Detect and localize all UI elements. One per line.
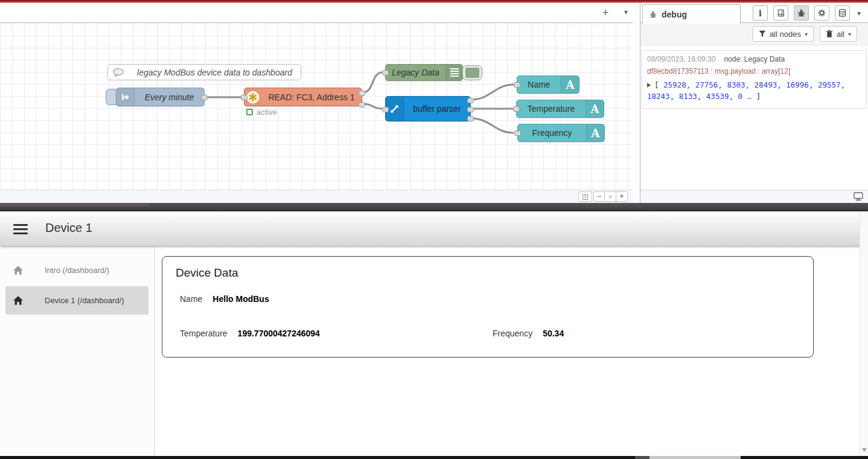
gear-icon [817,8,826,18]
flow-tabbar: + ▾ [0,3,633,23]
add-flow-button[interactable]: + [599,5,612,20]
menu-hamburger-icon[interactable] [13,224,28,237]
ui-text-node-frequency[interactable]: Frequency A [517,124,605,142]
input-port[interactable] [241,95,247,100]
frequency-field: Frequency 50.34 [488,329,564,338]
debug-node-legacy-data[interactable]: Legacy Data [385,64,463,81]
output-port[interactable] [201,95,208,100]
input-port[interactable] [382,70,389,75]
trash-icon [826,30,833,38]
window-divider-bar [0,203,868,211]
dashboard-body: Intro (/dashboard/) Device 1 (/dashboard… [0,246,868,456]
sidebar-menu-caret[interactable]: ▾ [857,9,861,18]
modbus-read-node[interactable]: READ: FC3, Address 1 [244,88,362,106]
ui-text-node-name[interactable]: Name A [517,75,579,94]
input-port[interactable] [382,107,389,112]
caret-down-icon: ▾ [805,31,808,37]
name-field: Name Hello ModBus [180,294,269,304]
bottom-edge-bar [0,456,868,459]
ui-text-label: Name [517,80,561,89]
output-port-1[interactable] [359,91,365,96]
sidebar-item-intro[interactable]: Intro (/dashboard/) [5,256,148,284]
bottom-bar-segment [635,456,649,459]
measurement-row: Temperature 199.77000427246094 Frequency… [162,329,813,338]
comment-node[interactable]: legacy ModBus device data to dashboard [107,64,301,80]
scroll-down-arrow-icon[interactable] [862,448,867,452]
input-port[interactable] [514,82,520,88]
navigator-toggle-button[interactable]: ◫ [578,191,592,202]
inject-arrow-icon [116,88,135,106]
zoom-reset-button[interactable]: ○ [605,191,616,202]
message-node-name: node: Legacy Data [724,55,785,63]
output-port-2[interactable] [359,102,365,108]
bottom-bar-segment [649,456,741,459]
canvas-footer: ◫ − ○ + [0,190,633,203]
zoom-out-button[interactable]: − [593,191,605,202]
background-window-tab [0,203,150,207]
help-tab-button[interactable] [773,5,788,21]
sidebar-item-label: Intro (/dashboard/) [45,266,109,275]
zoom-controls: − ○ + [593,191,628,202]
ui-text-node-temperature[interactable]: Temperature A [516,100,604,118]
dashboard-page-title: Device 1 [45,221,92,235]
config-tab-button[interactable] [814,5,829,21]
output-port-3[interactable] [467,116,474,121]
sidebar-toolbar: i ▾ [753,5,861,21]
expand-triangle-icon[interactable] [647,83,651,88]
debug-toggle-indicator [465,68,479,78]
debug-tab-button[interactable] [794,5,809,21]
modbus-node-status: active [246,108,277,117]
open-in-window-button[interactable] [854,192,863,204]
debug-console-icon [445,65,462,80]
device-data-card: Device Data Name Hello ModBus Temperatur… [162,256,814,358]
bug-icon [649,10,657,19]
node-red-editor: + ▾ legacy ModBus device data [0,3,868,203]
input-port[interactable] [514,130,521,136]
temperature-value: 199.77000427246094 [238,329,320,338]
buffer-parser-node[interactable]: buffer parser [385,96,471,121]
dashboard-content: Device Data Name Hello ModBus Temperatur… [155,246,868,456]
output-port-1[interactable] [467,98,474,103]
debug-enable-toggle[interactable] [462,65,482,80]
home-icon [12,265,24,275]
ui-text-label: Temperature [517,104,586,114]
sidebar-tabrow: debug i ▾ [640,3,868,23]
frequency-value: 50.34 [543,329,564,338]
debug-message[interactable]: 08/09/2023, 16:09:30 node: Legacy Data d… [642,50,867,109]
flow-workspace-column: + ▾ legacy ModBus device data [0,3,633,203]
dashboard-header: Device 1 [0,211,868,246]
input-port[interactable] [513,106,520,112]
sidebar-resize-handle[interactable] [633,3,640,203]
message-payload[interactable]: [ 25928, 27756, 8303, 28493, 16996, 2955… [647,79,861,103]
tab-debug[interactable]: debug [642,4,741,24]
tab-debug-label: debug [662,10,687,19]
filter-nodes-button[interactable]: all nodes ▾ [753,26,814,42]
info-tab-button[interactable]: i [753,5,768,21]
sidebar-item-label: Device 1 (/dashboard/) [45,296,124,305]
dashboard-window: Device 1 Intro (/dashboard/) Device 1 (/… [0,211,868,456]
book-icon [776,8,785,18]
flow-canvas[interactable]: legacy ModBus device data to dashboard E… [0,23,633,190]
ui-text-label: Frequency [518,128,586,138]
flow-list-caret-button[interactable]: ▾ [624,8,628,16]
payload-ellipsis: … [747,92,752,101]
debug-sidebar: debug i ▾ [640,3,868,203]
inject-node[interactable]: Every minute [116,88,205,106]
text-a-icon: A [586,100,604,117]
message-timestamp: 08/09/2023, 16:09:30 [647,55,715,63]
temperature-label: Temperature [180,329,228,338]
debug-filter-row: all nodes ▾ all ▾ [640,23,868,45]
vertical-scrollbar[interactable] [860,211,868,456]
monitor-icon [854,192,863,201]
home-icon [12,295,24,306]
screen: + ▾ legacy ModBus device data [0,0,868,459]
debug-message-list: 08/09/2023, 16:09:30 node: Legacy Data d… [640,45,868,190]
bug-icon [797,8,806,18]
output-port-2[interactable] [467,107,474,112]
context-data-tab-button[interactable] [835,5,850,21]
text-a-icon: A [586,124,604,141]
clear-messages-button[interactable]: all ▾ [820,26,857,42]
zoom-in-button[interactable]: + [616,191,628,202]
modbus-node-label: READ: FC3, Address 1 [261,92,362,102]
sidebar-item-device-1[interactable]: Device 1 (/dashboard/) [5,286,148,315]
